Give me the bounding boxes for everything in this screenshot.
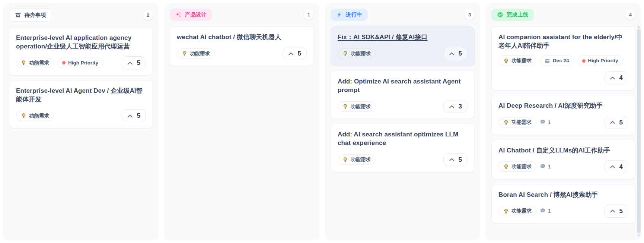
scrollbar-thumb[interactable]: [637, 29, 641, 233]
lightbulb-icon: [503, 208, 509, 214]
red-dot-icon: [62, 61, 66, 64]
upvote-button[interactable]: 5: [122, 109, 146, 122]
scrollbar-up-arrow[interactable]: ▲: [637, 25, 640, 29]
tag-label: 功能需求: [511, 119, 532, 125]
comment-count-value: 1: [548, 164, 551, 170]
card-tags: 功能需求1: [498, 161, 551, 172]
column-title-badge: 完成上线: [491, 9, 534, 21]
tag-label: Dec 24: [553, 58, 569, 64]
column-count-badge: 2: [143, 10, 153, 20]
column-in-progress: 进行中3Fix：AI SDK&API / 修复AI接口功能需求5Add: Opt…: [325, 3, 481, 240]
tag-feature: 功能需求: [498, 161, 536, 172]
chevron-up-icon: [127, 61, 133, 65]
card-tags: 功能需求1: [498, 206, 551, 216]
column-title-badge: 产品设计: [170, 9, 212, 21]
upvote-button[interactable]: 5: [604, 205, 628, 218]
column-title: 产品设计: [185, 12, 207, 18]
card-title: Add: Optimize AI search assistant Agent …: [338, 77, 468, 94]
chevron-up-icon: [610, 209, 615, 213]
vote-count: 5: [459, 157, 462, 163]
lightbulb-icon: [182, 51, 187, 56]
card[interactable]: Add: Optimize AI search assistant Agent …: [331, 71, 475, 119]
card-title: Enterprise-level AI application agency o…: [16, 34, 146, 51]
tag-feature: 功能需求: [498, 56, 536, 66]
tag-label: High Priority: [588, 58, 618, 64]
column-title: 完成上线: [507, 12, 528, 18]
scrollbar-down-arrow[interactable]: ▼: [637, 233, 640, 237]
red-dot-icon: [582, 59, 586, 63]
tag-feature: 功能需求: [498, 206, 536, 216]
card-title: Boran AI Search / 博然AI搜索助手: [498, 190, 628, 199]
card-footer: 功能需求Dec 24High Priority: [498, 56, 628, 66]
upvote-button[interactable]: 5: [604, 116, 628, 129]
tag-label: 功能需求: [351, 157, 371, 162]
tag-feature: 功能需求: [338, 101, 376, 112]
tag-label: 功能需求: [351, 51, 371, 57]
lightbulb-icon: [503, 120, 509, 125]
tag-feature: 功能需求: [338, 154, 376, 165]
tag-label: 功能需求: [351, 104, 371, 110]
comment-count-value: 1: [548, 208, 551, 214]
upvote-button[interactable]: 3: [443, 100, 468, 113]
comment-icon: [540, 208, 546, 215]
card-tags: 功能需求: [338, 101, 376, 112]
column-count-badge: 1: [304, 10, 314, 20]
comment-icon: [540, 119, 546, 126]
vote-count: 5: [459, 50, 462, 57]
chevron-up-icon: [288, 52, 294, 56]
card[interactable]: Enterprise-level AI Agent Dev / 企业级AI智能体…: [9, 80, 153, 128]
upvote-button[interactable]: 5: [443, 47, 468, 60]
comment-count: 1: [540, 163, 551, 170]
card-footer: 功能需求15: [498, 116, 628, 129]
card-title: Enterprise-level AI Agent Dev / 企业级AI智能体…: [16, 86, 146, 104]
card-title: AI Deep Research / AI深度研究助手: [498, 101, 628, 110]
comment-count: 1: [540, 208, 551, 215]
upvote-button[interactable]: 5: [443, 153, 468, 166]
upvote-button[interactable]: 5: [283, 47, 307, 60]
card-footer: 功能需求14: [498, 160, 628, 173]
tag-priority: High Priority: [577, 56, 623, 66]
upvote-button[interactable]: 5: [122, 56, 146, 69]
card[interactable]: Enterprise-level AI application agency o…: [9, 27, 153, 75]
comment-count-value: 1: [548, 119, 551, 125]
vote-count: 5: [619, 119, 623, 126]
column-title-badge: 待办事项: [9, 9, 52, 22]
card-title: AI Chatbot / 自定义LLMs的AI工作助手: [498, 146, 628, 155]
chevron-up-icon: [449, 105, 455, 108]
lightbulb-icon: [21, 113, 26, 119]
bolt-icon: [336, 12, 342, 18]
column-title: 进行中: [346, 12, 362, 18]
card[interactable]: AI Chatbot / 自定义LLMs的AI工作助手功能需求14: [491, 140, 635, 179]
card-tags: 功能需求High Priority: [16, 58, 103, 68]
tag-feature: 功能需求: [338, 48, 376, 59]
card[interactable]: AI companion assistant for the elderly/中…: [491, 26, 635, 90]
lightbulb-icon: [503, 164, 509, 170]
column-title: 待办事项: [25, 12, 46, 18]
card-footer: 功能需求3: [338, 100, 468, 113]
vote-count: 5: [137, 60, 140, 66]
upvote-button[interactable]: 4: [604, 160, 628, 173]
archive-icon: [15, 12, 21, 18]
upvote-button[interactable]: 4: [604, 71, 628, 84]
tag-label: 功能需求: [511, 208, 532, 214]
tag-label: 功能需求: [511, 58, 532, 64]
column-done: 完成上线4AI companion assistant for the elde…: [485, 3, 641, 240]
vote-count: 5: [619, 208, 623, 214]
column-scrollbar[interactable]: ▲▼: [637, 25, 641, 237]
card[interactable]: AI Deep Research / AI深度研究助手功能需求15: [491, 95, 635, 135]
chevron-up-icon: [610, 120, 615, 124]
tag-priority: High Priority: [57, 58, 103, 68]
tag-feature: 功能需求: [498, 117, 536, 127]
card[interactable]: Fix：AI SDK&API / 修复AI接口功能需求5: [331, 26, 475, 66]
vote-count: 4: [619, 164, 623, 170]
card[interactable]: Add: AI search assistant optimizes LLM c…: [331, 124, 475, 172]
column-header: 完成上线4: [491, 9, 635, 21]
lightbulb-icon: [21, 60, 26, 66]
comment-icon: [540, 163, 546, 170]
tag-feature: 功能需求: [16, 111, 54, 121]
vote-count: 5: [137, 113, 140, 119]
card[interactable]: wechat AI chatbot / 微信聊天机器人功能需求5: [170, 26, 314, 66]
tag-label: High Priority: [68, 60, 98, 66]
card[interactable]: Boran AI Search / 博然AI搜索助手功能需求15: [491, 184, 635, 224]
lightbulb-icon: [342, 51, 348, 56]
